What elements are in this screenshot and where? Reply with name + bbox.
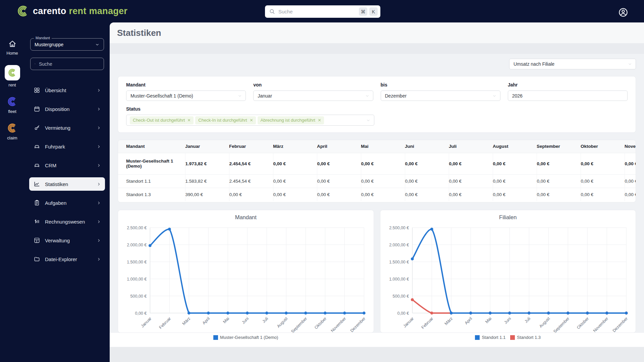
- rail-item-rent[interactable]: rent: [0, 65, 24, 87]
- brand-text: carento rent manager: [33, 6, 127, 16]
- chevron-right-icon: [97, 107, 101, 111]
- filter-von-select[interactable]: Januar: [253, 90, 373, 101]
- table-cell: 0,00 €: [581, 153, 625, 174]
- rail-item-fleet[interactable]: fleet: [0, 96, 24, 114]
- status-chip[interactable]: Check-In ist durchgeführt: [195, 116, 256, 124]
- chevron-right-icon: [97, 238, 101, 243]
- chart-legends: Muster-Gesellschaft 1 (Demo) Standort 1.…: [110, 333, 644, 347]
- svg-text:Oktober: Oktober: [576, 316, 590, 330]
- main-content: Statistiken Umsatz nach Filiale Mandant …: [110, 22, 644, 362]
- chart-icon: [34, 181, 40, 187]
- sidebar-item-vermietung[interactable]: Vermietung: [29, 121, 105, 134]
- chevron-right-icon: [97, 257, 101, 261]
- status-chip[interactable]: Check-Out ist durchgeführt: [130, 116, 194, 124]
- filialen-chart-card: Filialen 0,00 €500,00 €1.000,00 €1.500,0…: [380, 210, 636, 333]
- table-cell: 0,00 €: [537, 153, 581, 174]
- rail-item-claim[interactable]: claim: [0, 123, 24, 140]
- clipboard-icon: [34, 199, 40, 206]
- chevron-right-icon: [97, 88, 101, 93]
- filter-mandant-select[interactable]: Muster-Gesellschaft 1 (Demo): [126, 90, 246, 101]
- chevron-right-icon: [97, 163, 101, 168]
- table-cell: 0,00 €: [449, 174, 493, 188]
- svg-text:Juni: Juni: [503, 316, 512, 325]
- sidebar-item-rechnungswesen[interactable]: Rechnungswesen: [29, 215, 105, 228]
- table-cell: 0,00 €: [405, 153, 449, 174]
- chart-title: Filialen: [380, 214, 636, 222]
- sidebar-item-fuhrpark[interactable]: Fuhrpark: [29, 140, 105, 153]
- table-cell: 0,00 €: [361, 174, 405, 188]
- home-icon: [8, 39, 17, 49]
- rail-item-home[interactable]: Home: [0, 39, 24, 56]
- sidebar-item-verwaltung[interactable]: Verwaltung: [29, 234, 105, 247]
- table-cell: 0,00 €: [537, 188, 581, 201]
- svg-text:1.500,00 €: 1.500,00 €: [127, 260, 147, 264]
- sidebar-mandant-select[interactable]: Mandant Mustergruppe: [30, 38, 104, 51]
- sidebar-item-label: Aufgaben: [45, 200, 97, 206]
- table-header-cell: Juni: [405, 140, 449, 153]
- sidebar-item-disposition[interactable]: Disposition: [29, 102, 105, 116]
- rail-claim-label: claim: [7, 135, 17, 140]
- svg-text:0,00 €: 0,00 €: [397, 311, 409, 316]
- layout-icon: [34, 237, 40, 244]
- svg-text:0,00 €: 0,00 €: [135, 311, 147, 316]
- table-cell: 0,00 €: [625, 174, 636, 188]
- revenue-table: MandantJanuarFebruarMärzAprilMaiJuniJuli…: [118, 140, 636, 201]
- rail-fleet-label: fleet: [8, 109, 16, 114]
- report-type-select[interactable]: Umsatz nach Filiale: [509, 59, 636, 69]
- legend-item[interactable]: Standort 1.1: [475, 335, 505, 340]
- car-icon: [34, 143, 40, 150]
- chart-canvas: 0,00 €500,00 €1.000,00 €1.500,00 €2.000,…: [118, 222, 374, 334]
- filter-status-multiselect[interactable]: Check-Out ist durchgeführt Check-In ist …: [126, 115, 374, 126]
- sidebar-item-crm[interactable]: CRM: [29, 159, 105, 172]
- table-cell: 0,00 €: [317, 174, 361, 188]
- table-cell: 0,00 €: [317, 153, 361, 174]
- table-cell: 0,00 €: [317, 188, 361, 201]
- legend-item[interactable]: Muster-Gesellschaft 1 (Demo): [213, 335, 278, 340]
- legend-item[interactable]: Standort 1.3: [510, 335, 541, 340]
- filter-jahr-input[interactable]: [508, 90, 628, 101]
- svg-text:Dezember: Dezember: [350, 316, 367, 333]
- svg-text:November: November: [330, 316, 347, 333]
- svg-text:April: April: [202, 316, 211, 325]
- claim-app-icon: [7, 123, 18, 133]
- filialen-chart-legend: Standort 1.1Standort 1.3: [380, 334, 636, 347]
- sidebar-item-aufgaben[interactable]: Aufgaben: [29, 196, 105, 209]
- brand-logo[interactable]: carento rent manager: [17, 5, 127, 17]
- svg-text:1.500,00 €: 1.500,00 €: [389, 260, 409, 264]
- filter-bis-select[interactable]: Dezember: [381, 90, 500, 101]
- global-search[interactable]: ⌘ K: [265, 5, 380, 18]
- svg-text:Mai: Mai: [484, 316, 492, 324]
- sidebar-nav: Übersicht Disposition Vermietung: [24, 83, 110, 266]
- svg-text:500,00 €: 500,00 €: [130, 294, 147, 299]
- sidebar-search-input[interactable]: [39, 61, 100, 67]
- sidebar-item-uebersicht[interactable]: Übersicht: [29, 83, 105, 97]
- sidebar-item-statistiken[interactable]: Statistiken: [29, 177, 105, 191]
- table-cell-mandant: Standort 1.3: [118, 188, 185, 201]
- filter-mandant-label: Mandant: [126, 82, 246, 87]
- sidebar-item-label: CRM: [45, 163, 97, 168]
- svg-text:März: März: [181, 316, 192, 326]
- sidebar-item-label: Rechnungswesen: [45, 219, 97, 225]
- table-header-cell: Mai: [361, 140, 405, 153]
- rent-app-icon: [5, 65, 20, 80]
- sidebar-item-datei-explorer[interactable]: Datei-Explorer: [29, 252, 105, 266]
- table-cell: 0,00 €: [449, 153, 493, 174]
- filter-jahr-label: Jahr: [508, 82, 628, 87]
- svg-text:Oktober: Oktober: [314, 316, 327, 330]
- chevron-down-icon: [366, 118, 371, 123]
- sidebar-search[interactable]: [30, 58, 104, 70]
- chip-remove-icon[interactable]: [250, 119, 253, 122]
- sidebar-item-label: Vermietung: [45, 125, 97, 131]
- mandant-chart-card: Mandant 0,00 €500,00 €1.000,00 €1.500,00…: [118, 210, 374, 333]
- user-account-icon[interactable]: [618, 7, 629, 18]
- table-cell: 0,00 €: [405, 188, 449, 201]
- global-search-input[interactable]: [278, 9, 357, 14]
- chip-remove-icon[interactable]: [187, 119, 191, 122]
- filter-mandant-value: Muster-Gesellschaft 1 (Demo): [130, 93, 237, 99]
- status-chip[interactable]: Abrechnung ist durchgeführt: [258, 116, 324, 124]
- status-chip-label: Check-In ist durchgeführt: [198, 118, 247, 123]
- mandant-chart-legend: Muster-Gesellschaft 1 (Demo): [118, 334, 374, 347]
- filter-status-label: Status: [126, 106, 628, 112]
- table-cell: 0,00 €: [493, 153, 537, 174]
- chip-remove-icon[interactable]: [318, 119, 321, 122]
